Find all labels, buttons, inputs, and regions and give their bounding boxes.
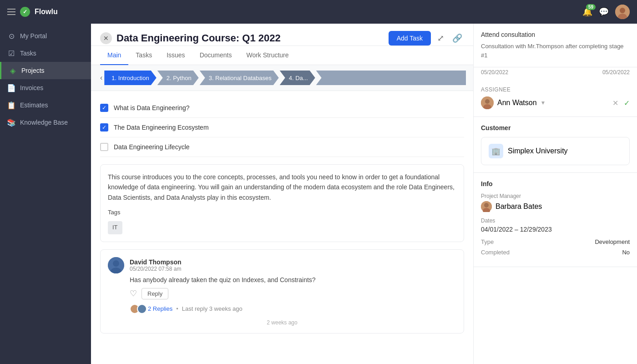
tab-main[interactable]: Main: [100, 46, 128, 65]
knowledge-icon: 📚: [7, 118, 15, 126]
type-value: Development: [595, 238, 630, 245]
svg-point-4: [113, 260, 119, 267]
sidebar-label-knowledge-base: Knowledge Base: [20, 119, 68, 126]
sidebar-item-estimates[interactable]: 📋 Estimates: [0, 96, 91, 114]
stages-prev-button[interactable]: ‹: [98, 74, 104, 82]
type-row: Type Development: [481, 238, 630, 245]
reply-button[interactable]: Reply: [142, 288, 168, 299]
external-link-button[interactable]: ⤢: [435, 31, 446, 45]
svg-point-7: [485, 99, 490, 104]
svg-point-1: [620, 8, 625, 13]
type-label: Type: [481, 238, 494, 245]
comment-timestamp: 05/20/2022 07:58 am: [130, 266, 182, 272]
sidebar-item-knowledge-base[interactable]: 📚 Knowledge Base: [0, 114, 91, 131]
tasks-icon: ☑: [7, 49, 15, 57]
checkbox-0[interactable]: ✓: [100, 104, 108, 112]
project-tabs: Main Tasks Issues Documents Work Structu…: [91, 46, 473, 65]
reply-avatars: [130, 304, 144, 314]
customer-section: Customer 🏢 Simplex University: [474, 117, 637, 173]
right-panel: Attend consultation Consultation with Mr…: [473, 24, 637, 364]
assignee-confirm-icon[interactable]: ✓: [624, 99, 630, 107]
hamburger-button[interactable]: [7, 9, 15, 15]
assignee-cancel-icon[interactable]: ✕: [612, 99, 618, 107]
comment-age: 2 weeks ago: [108, 319, 456, 326]
like-button[interactable]: ♡: [130, 288, 137, 298]
close-button[interactable]: ✕: [100, 32, 112, 44]
assignee-dropdown-icon[interactable]: ▼: [541, 100, 546, 106]
check-item-1: ✓ The Data Engineering Ecosystem: [100, 118, 464, 137]
check-item-0: ✓ What is Data Engineering?: [100, 98, 464, 118]
share-link-button[interactable]: 🔗: [450, 31, 464, 45]
info-section: Info Project Manager Barbara Bates Dates…: [474, 173, 637, 267]
logo-icon: [20, 7, 30, 17]
add-task-button[interactable]: Add Task: [389, 31, 431, 46]
stage-2[interactable]: 2. Python: [157, 71, 199, 85]
dates-value: 04/01/2022 – 12/29/2023: [481, 226, 630, 233]
completed-row: Completed No: [481, 249, 630, 256]
sidebar-item-invoices[interactable]: 📄 Invoices: [0, 79, 91, 96]
assignee-name: Ann Watson: [497, 99, 537, 107]
customer-card[interactable]: 🏢 Simplex University: [481, 137, 630, 165]
sidebar-label-my-portal: My Portal: [20, 32, 47, 40]
invoices-icon: 📄: [7, 84, 15, 92]
stage-4[interactable]: 4. Da...: [280, 71, 315, 85]
attend-consultation-section: Attend consultation Consultation with Mr…: [474, 24, 637, 67]
attend-dates-row: 05/20/2022 05/20/2022: [474, 67, 637, 79]
notification-count: 59: [586, 4, 596, 10]
attend-date-right: 05/20/2022: [602, 69, 630, 76]
checklist: ✓ What is Data Engineering? ✓ The Data E…: [91, 91, 473, 164]
sidebar-item-tasks[interactable]: ☑ Tasks: [0, 45, 91, 62]
tab-work-structure[interactable]: Work Structure: [239, 46, 296, 65]
projects-icon: ◈: [9, 66, 17, 75]
replies-count-link[interactable]: 2 Replies: [148, 305, 172, 312]
main-panel: ✕ Data Engineering Course: Q1 2022 Add T…: [91, 24, 473, 364]
attend-title: Attend consultation: [481, 31, 630, 38]
messages-button[interactable]: 💬: [599, 7, 609, 17]
sidebar: ⊙ My Portal ☑ Tasks ◈ Projects 📄 Invoice…: [0, 24, 91, 364]
svg-point-10: [484, 203, 489, 207]
check-item-2: Data Engineering Lifecycle: [100, 137, 464, 157]
attend-description: Consultation with Mr.Thompson after comp…: [481, 42, 630, 60]
assignee-section: Assignee Ann Watson ▼ ✕ ✓: [474, 79, 637, 117]
sidebar-item-projects[interactable]: ◈ Projects: [0, 62, 91, 79]
tag-it[interactable]: IT: [108, 221, 122, 234]
customer-icon: 🏢: [489, 144, 503, 158]
tab-tasks[interactable]: Tasks: [128, 46, 159, 65]
manager-row: Barbara Bates: [481, 201, 630, 212]
stages-bar: ‹ 1. Introduction 2. Python 3. Relationa…: [91, 65, 473, 91]
stage-3[interactable]: 3. Relational Databases: [200, 71, 279, 85]
sidebar-label-invoices: Invoices: [20, 84, 43, 91]
stage-1[interactable]: 1. Introduction: [104, 71, 156, 85]
sidebar-label-estimates: Estimates: [20, 101, 48, 109]
project-title: Data Engineering Course: Q1 2022: [116, 32, 281, 44]
comment-text: Has anybody already taken the quiz on In…: [130, 276, 456, 283]
customer-section-title: Customer: [481, 124, 630, 131]
description-text: This course introduces you to the core c…: [108, 172, 456, 202]
sidebar-item-my-portal[interactable]: ⊙ My Portal: [0, 27, 91, 45]
info-section-title: Info: [481, 180, 630, 187]
last-reply-text: Last reply 3 weeks ago: [182, 305, 243, 312]
estimates-icon: 📋: [7, 101, 15, 109]
completed-value: No: [622, 249, 630, 256]
manager-avatar: [481, 201, 492, 212]
comment-author-name: David Thompson: [130, 258, 182, 266]
comment-section: David Thompson 05/20/2022 07:58 am Has a…: [100, 249, 464, 334]
assignee-avatar: [481, 96, 494, 109]
check-label-1: The Data Engineering Ecosystem: [114, 124, 209, 131]
app-name: Flowlu: [35, 8, 58, 16]
tab-issues[interactable]: Issues: [159, 46, 192, 65]
reply-avatar-2: [137, 304, 147, 314]
manager-label: Project Manager: [481, 193, 630, 199]
dates-container: Dates 04/01/2022 – 12/29/2023: [481, 217, 630, 233]
attend-date-left: 05/20/2022: [481, 69, 508, 76]
notifications-button[interactable]: 🔔 59: [582, 7, 592, 17]
tab-documents[interactable]: Documents: [192, 46, 239, 65]
content-header: ✕ Data Engineering Course: Q1 2022 Add T…: [91, 24, 473, 46]
checkbox-1[interactable]: ✓: [100, 123, 108, 131]
check-label-2: Data Engineering Lifecycle: [114, 143, 190, 151]
checkbox-2[interactable]: [100, 143, 108, 151]
sidebar-label-projects: Projects: [21, 67, 45, 74]
assignee-label: Assignee: [481, 86, 630, 93]
user-avatar[interactable]: [615, 5, 630, 19]
check-label-0: What is Data Engineering?: [114, 104, 190, 111]
